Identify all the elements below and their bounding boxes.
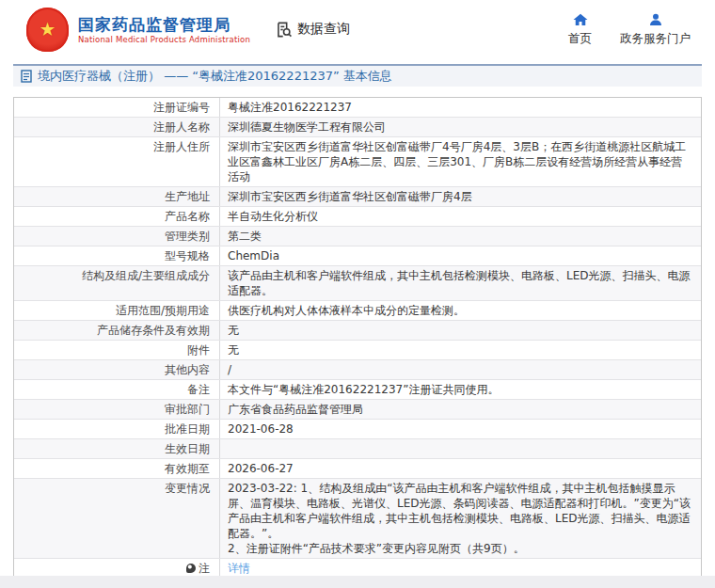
row-value: 该产品由主机和客户端软件组成，其中主机包括检测模块、电路板、LED光源、扫描头、… xyxy=(219,266,701,300)
data-query-button[interactable]: 数据查询 xyxy=(275,21,350,39)
row-label: 适用范围/预期用途 xyxy=(14,301,219,320)
row-label: 注册人名称 xyxy=(14,118,219,136)
row-value: 深圳市宝安区西乡街道富华社区创富磁带厂房4层 xyxy=(219,187,701,206)
row-value: 无 xyxy=(219,321,701,340)
home-icon xyxy=(572,11,589,28)
row-label: 变更情况 xyxy=(14,479,219,558)
row-value: 详情 xyxy=(219,559,701,578)
row-value: ChemDia xyxy=(219,246,701,265)
table-row: 批准日期2021-06-28 xyxy=(14,420,701,439)
row-value: 深圳德夏生物医学工程有限公司 xyxy=(219,118,701,136)
row-value: / xyxy=(219,360,701,379)
table-row: 产品名称半自动生化分析仪 xyxy=(14,207,701,227)
table-row: 注详情 xyxy=(14,559,701,578)
detail-table: 注册证编号粤械注准20162221237注册人名称深圳德夏生物医学工程有限公司注… xyxy=(13,97,702,579)
row-value: 广东省食品药品监督管理局 xyxy=(219,400,701,419)
row-value: 第二类 xyxy=(219,227,701,246)
row-value: 供医疗机构对人体体液样本中成分的定量检测。 xyxy=(219,301,701,320)
row-value: 2021-06-28 xyxy=(219,420,701,438)
table-row: 结构及组成/主要组成成分该产品由主机和客户端软件组成，其中主机包括检测模块、电路… xyxy=(14,266,701,301)
row-label: 型号规格 xyxy=(14,246,219,265)
nav-portal[interactable]: 政务服务门户 xyxy=(620,11,691,47)
row-value: 2026-06-27 xyxy=(219,459,701,478)
row-value: 2023-03-22: 1、结构及组成由“该产品由主机和客户端软件组成，其中主机… xyxy=(219,479,701,558)
emblem-star-icon: ★ xyxy=(40,20,56,39)
table-row: 注册证编号粤械注准20162221237 xyxy=(14,98,701,118)
table-row: 生产地址深圳市宝安区西乡街道富华社区创富磁带厂房4层 xyxy=(14,187,701,207)
row-label: 生效日期 xyxy=(14,439,219,458)
row-label: 生产地址 xyxy=(14,187,219,206)
row-label: 注册证编号 xyxy=(14,98,219,117)
table-row: 产品储存条件及有效期无 xyxy=(14,321,701,341)
footer-band xyxy=(0,576,715,588)
row-value: 无 xyxy=(219,341,701,359)
row-label: 管理类别 xyxy=(14,227,219,246)
top-nav: 首页 政务服务门户 xyxy=(568,11,691,47)
row-value: 本文件与“粤械注准20162221237”注册证共同使用。 xyxy=(219,380,701,399)
row-label: 产品名称 xyxy=(14,207,219,226)
nav-home[interactable]: 首页 xyxy=(568,11,592,47)
data-query-icon xyxy=(275,21,293,39)
table-row: 生效日期 xyxy=(14,439,701,459)
row-label: 结构及组成/主要组成成分 xyxy=(14,266,219,300)
row-label: 备注 xyxy=(14,380,219,399)
page-title: 境内医疗器械（注册） —— “粤械注准20162221237” 基本信息 xyxy=(38,68,392,85)
table-row: 注册人名称深圳德夏生物医学工程有限公司 xyxy=(14,118,701,137)
row-value: 粤械注准20162221237 xyxy=(219,98,701,117)
table-row: 其他内容/ xyxy=(14,360,701,380)
row-label: 批准日期 xyxy=(14,420,219,438)
row-label: 注册人住所 xyxy=(14,137,219,186)
table-row: 注册人住所深圳市宝安区西乡街道富华社区创富磁带厂4号厂房4层、3层B；在西乡街道… xyxy=(14,137,701,187)
agency-logo[interactable]: 国家药品监督管理局 National Medical Products Admi… xyxy=(78,14,250,45)
table-row: 适用范围/预期用途供医疗机构对人体体液样本中成分的定量检测。 xyxy=(14,301,701,321)
table-row: 型号规格ChemDia xyxy=(14,246,701,266)
nav-home-label: 首页 xyxy=(568,31,592,47)
document-icon xyxy=(21,70,32,83)
row-label: 其他内容 xyxy=(14,360,219,379)
table-row: 附件无 xyxy=(14,341,701,360)
detail-link[interactable]: 详情 xyxy=(228,562,250,575)
row-value: 半自动生化分析仪 xyxy=(219,207,701,226)
nav-portal-label: 政务服务门户 xyxy=(620,31,691,47)
breadcrumb: 境内医疗器械（注册） —— “粤械注准20162221237” 基本信息 xyxy=(13,64,702,87)
row-value: 深圳市宝安区西乡街道富华社区创富磁带厂4号厂房4层、3层B；在西乡街道桃源社区航… xyxy=(219,137,701,186)
row-value xyxy=(219,439,701,458)
table-row: 审批部门广东省食品药品监督管理局 xyxy=(14,400,701,420)
table-row: 变更情况2023-03-22: 1、结构及组成由“该产品由主机和客户端软件组成，… xyxy=(14,479,701,559)
row-label: 有效期至 xyxy=(14,459,219,478)
table-row: 管理类别第二类 xyxy=(14,227,701,246)
table-row: 备注本文件与“粤械注准20162221237”注册证共同使用。 xyxy=(14,380,701,400)
note-icon xyxy=(186,564,196,573)
agency-title-en: National Medical Products Administration xyxy=(78,35,250,45)
top-bar: ★ 国家药品监督管理局 National Medical Products Ad… xyxy=(0,0,715,58)
row-label: 审批部门 xyxy=(14,400,219,419)
table-row: 有效期至2026-06-27 xyxy=(14,459,701,479)
row-label: 附件 xyxy=(14,341,219,359)
agency-title-cn: 国家药品监督管理局 xyxy=(78,14,250,35)
row-label: 产品储存条件及有效期 xyxy=(14,321,219,340)
row-label: 注 xyxy=(14,559,219,578)
user-icon xyxy=(647,11,664,28)
data-query-label: 数据查询 xyxy=(297,21,350,38)
national-emblem-icon: ★ xyxy=(26,8,69,52)
